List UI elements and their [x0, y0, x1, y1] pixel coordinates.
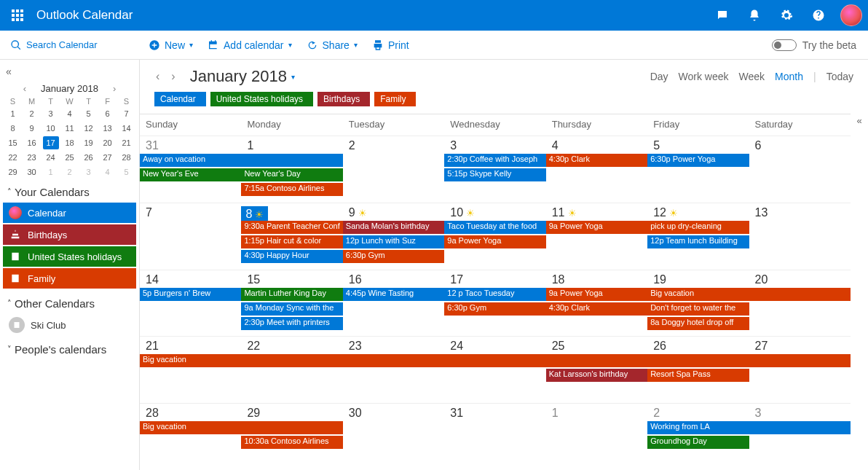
event-item-span[interactable]: Working from LA: [647, 421, 851, 434]
event-item[interactable]: pick up dry-cleaning: [647, 221, 749, 234]
mini-day[interactable]: 27: [100, 151, 116, 164]
day-cell[interactable]: 1: [546, 404, 647, 470]
day-cell[interactable]: 8☀9:30a Parent Teacher Conf1:15p Hair cu…: [241, 203, 342, 270]
legend-item[interactable]: Family: [374, 92, 416, 106]
mini-day[interactable]: 29: [5, 165, 21, 179]
try-beta-toggle[interactable]: Try the beta: [772, 39, 862, 51]
event-item[interactable]: 5p Burgers n' Brew: [140, 288, 241, 301]
day-cell[interactable]: 145p Burgers n' Brew: [140, 270, 241, 337]
collapse-right-button[interactable]: «: [851, 114, 868, 470]
mini-day[interactable]: 24: [43, 151, 59, 164]
mini-day[interactable]: 9: [24, 122, 40, 135]
day-cell[interactable]: 2Groundhog Day: [647, 404, 749, 470]
day-cell[interactable]: 15Martin Luther King Day9a Monday Sync w…: [241, 270, 342, 337]
event-item[interactable]: 4:30p Clark: [546, 302, 647, 316]
day-cell[interactable]: 31: [444, 404, 545, 470]
view-week[interactable]: Week: [739, 71, 765, 82]
mini-day[interactable]: 10: [43, 122, 59, 135]
gear-icon[interactable]: [770, 0, 802, 31]
day-cell[interactable]: 7: [140, 203, 241, 270]
day-cell[interactable]: 44:30p Clark: [546, 136, 647, 203]
day-cell[interactable]: 3: [749, 404, 851, 470]
mini-day[interactable]: 28: [119, 151, 135, 164]
print-button[interactable]: Print: [365, 31, 417, 60]
calendar-item[interactable]: Family: [3, 268, 136, 289]
peoples-calendars-toggle[interactable]: ˅People's calendars: [3, 336, 136, 360]
mini-day[interactable]: 20: [100, 136, 116, 149]
day-cell[interactable]: 13: [749, 203, 851, 270]
mini-day[interactable]: 21: [119, 136, 135, 149]
event-item[interactable]: 9a Power Yoga: [444, 235, 545, 248]
event-item[interactable]: 2:30p Coffee with Joseph: [444, 154, 545, 167]
help-icon[interactable]: [802, 0, 835, 31]
mini-prev-button[interactable]: ‹: [19, 83, 31, 94]
event-item[interactable]: Resort Spa Pass: [647, 369, 749, 382]
event-item[interactable]: Martin Luther King Day: [241, 288, 342, 301]
day-cell[interactable]: 24: [444, 337, 545, 403]
day-cell[interactable]: 19Don't forget to water the8a Doggy hote…: [647, 270, 749, 337]
bell-icon[interactable]: [738, 0, 770, 31]
mini-day[interactable]: 11: [62, 122, 78, 135]
view-today[interactable]: Today: [826, 71, 853, 82]
day-cell[interactable]: 2: [343, 136, 444, 203]
mini-day[interactable]: 23: [24, 151, 40, 164]
event-item[interactable]: 5:15p Skype Kelly: [444, 168, 545, 181]
day-cell[interactable]: 6: [749, 136, 851, 203]
event-item[interactable]: 9a Power Yoga: [546, 288, 647, 301]
mini-next-button[interactable]: ›: [108, 83, 120, 94]
day-cell[interactable]: 2910:30a Contoso Airlines: [241, 404, 342, 470]
event-item[interactable]: New Year's Day: [241, 168, 342, 181]
event-item[interactable]: Kat Larsson's birthday: [546, 369, 647, 382]
day-cell[interactable]: 22: [241, 337, 342, 403]
event-item[interactable]: New Year's Eve: [140, 168, 241, 181]
event-item[interactable]: 7:15a Contoso Airlines: [241, 183, 342, 196]
day-cell[interactable]: 26Resort Spa Pass: [647, 337, 749, 403]
add-calendar-button[interactable]: Add calendar ▾: [200, 31, 299, 60]
view-day[interactable]: Day: [650, 71, 668, 82]
your-calendars-toggle[interactable]: ˄Your Calendars: [3, 179, 136, 203]
mini-day[interactable]: 8: [5, 122, 21, 135]
day-cell[interactable]: 1712 p Taco Tuesday6:30p Gym: [444, 270, 545, 337]
view-month[interactable]: Month: [775, 71, 803, 82]
event-item[interactable]: 12p Team lunch Building: [647, 235, 749, 248]
collapse-sidebar-button[interactable]: «: [3, 64, 136, 79]
prev-month-button[interactable]: ‹: [154, 70, 161, 83]
mini-day[interactable]: 1: [43, 165, 59, 179]
share-button[interactable]: Share ▾: [299, 31, 365, 60]
event-item-span[interactable]: Big vacation: [140, 354, 851, 367]
day-cell[interactable]: 11☀9a Power Yoga: [546, 203, 647, 270]
month-title-dropdown[interactable]: January 2018 ▾: [186, 67, 295, 86]
event-item[interactable]: 9:30a Parent Teacher Conf: [241, 221, 342, 234]
other-calendar-item[interactable]: Ski Club: [3, 314, 136, 336]
search-input[interactable]: Search Calendar: [6, 39, 141, 51]
event-item[interactable]: 12 p Taco Tuesday: [444, 288, 545, 301]
mini-day[interactable]: 30: [24, 165, 40, 179]
mini-day[interactable]: 1: [5, 107, 21, 120]
mini-day[interactable]: 4: [100, 165, 116, 179]
mini-day[interactable]: 5: [119, 165, 135, 179]
day-cell[interactable]: 1New Year's Day7:15a Contoso Airlines: [241, 136, 342, 203]
event-item[interactable]: 4:30p Happy Hour: [241, 250, 342, 263]
event-item[interactable]: Sanda Molan's birthday: [343, 221, 444, 234]
calendar-item[interactable]: United States holidays: [3, 246, 136, 267]
event-item[interactable]: 2:30p Meet with printers: [241, 317, 342, 330]
legend-item[interactable]: Birthdays: [317, 92, 370, 106]
app-launcher-button[interactable]: [0, 0, 35, 31]
day-cell[interactable]: 189a Power Yoga4:30p Clark: [546, 270, 647, 337]
day-cell[interactable]: 20: [749, 270, 851, 337]
mini-day[interactable]: 25: [62, 151, 78, 164]
event-item-span[interactable]: Big vacation: [647, 288, 851, 301]
mini-day[interactable]: 15: [5, 136, 21, 149]
mini-day[interactable]: 7: [119, 107, 135, 120]
mini-day[interactable]: 17: [43, 136, 59, 149]
day-cell[interactable]: 31New Year's Eve: [140, 136, 241, 203]
event-item[interactable]: Groundhog Day: [647, 436, 749, 449]
event-item[interactable]: Taco Tuesday at the food: [444, 221, 545, 234]
event-item[interactable]: 1:15p Hair cut & color: [241, 235, 342, 248]
event-item[interactable]: 4:30p Clark: [546, 154, 647, 167]
event-item[interactable]: 4:45p Wine Tasting: [343, 288, 444, 301]
mini-day[interactable]: 18: [62, 136, 78, 149]
mini-day[interactable]: 22: [5, 151, 21, 164]
day-cell[interactable]: 56:30p Power Yoga: [647, 136, 749, 203]
mini-day[interactable]: 16: [24, 136, 40, 149]
